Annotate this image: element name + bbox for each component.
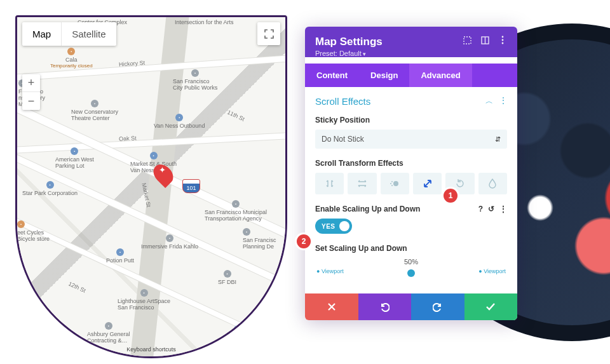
keyboard-shortcuts-link[interactable]: Keyboard shortcuts bbox=[126, 346, 176, 353]
close-icon bbox=[327, 302, 336, 311]
poi: Lighthouse ArtSpace San Francisco bbox=[118, 289, 170, 311]
zoom-out-button[interactable]: − bbox=[22, 92, 40, 110]
set-scaling-label: Set Scaling Up and Down bbox=[315, 244, 507, 253]
poi: San Francisco City Public Works bbox=[173, 69, 217, 91]
slider-value: 50% bbox=[315, 258, 507, 266]
tab-advanced[interactable]: Advanced bbox=[409, 64, 471, 87]
street-label: 11th St bbox=[226, 109, 245, 122]
panel-tabs: Content Design Advanced bbox=[305, 64, 517, 87]
poi: Van Ness Outbound bbox=[154, 114, 205, 129]
collapse-icon[interactable]: ︿ bbox=[485, 96, 493, 107]
fullscreen-button[interactable] bbox=[257, 22, 280, 45]
effect-horizontal-button[interactable] bbox=[348, 173, 376, 194]
select-arrows-icon: ⇵ bbox=[495, 135, 501, 144]
poi: Intersection for the Arts bbox=[175, 19, 234, 25]
effect-fade-button[interactable] bbox=[381, 173, 409, 194]
preset-selector[interactable]: Preset: Default bbox=[315, 50, 507, 57]
toggle-knob bbox=[339, 221, 349, 231]
slider-thumb[interactable] bbox=[407, 269, 415, 277]
enable-scaling-label: Enable Scaling Up and Down ? ↺ ⋮ bbox=[315, 205, 507, 213]
svg-point-4 bbox=[502, 39, 504, 41]
scaling-slider[interactable]: ● Viewport ● Viewport bbox=[318, 269, 505, 282]
effect-scale-button[interactable] bbox=[413, 173, 442, 194]
redo-button[interactable] bbox=[411, 293, 464, 320]
tab-content[interactable]: Content bbox=[305, 64, 359, 87]
fullscreen-icon bbox=[264, 29, 274, 39]
poi: eet Cycles Bicycle store bbox=[17, 220, 50, 242]
cancel-button[interactable] bbox=[305, 293, 358, 320]
toggle-label: YES bbox=[322, 223, 336, 230]
svg-point-7 bbox=[391, 181, 393, 182]
redo-icon bbox=[433, 302, 443, 312]
more-icon[interactable] bbox=[498, 36, 507, 44]
slider-end-left: ● Viewport bbox=[316, 268, 344, 274]
zoom-control: + − bbox=[22, 74, 40, 110]
poi: CalaTemporarily closed bbox=[50, 48, 93, 69]
poi: SF DBI bbox=[218, 270, 236, 285]
expand-icon[interactable] bbox=[463, 36, 471, 44]
svg-point-9 bbox=[391, 185, 393, 186]
sticky-select[interactable]: Do Not Stick ⇵ bbox=[315, 130, 507, 149]
svg-point-3 bbox=[502, 36, 504, 38]
callout-badge-2: 2 bbox=[297, 234, 311, 248]
map-container: Hickory St Oak St Market St 12th St 11th… bbox=[15, 15, 287, 358]
option-more-icon[interactable]: ⋮ bbox=[499, 205, 507, 213]
map-type-control: Map Satellite bbox=[22, 22, 116, 46]
check-icon bbox=[485, 302, 496, 311]
undo-icon bbox=[379, 302, 390, 312]
poi: American West Parking Lot bbox=[55, 147, 94, 169]
panel-footer bbox=[305, 293, 517, 320]
panel-title: Map Settings bbox=[315, 36, 383, 48]
transform-label: Scroll Transform Effects bbox=[315, 159, 507, 168]
poi: San Francisc Planning De bbox=[243, 228, 276, 250]
panel-header: Map Settings Preset: Default bbox=[305, 27, 517, 57]
section-more-icon[interactable]: ⋮ bbox=[499, 96, 507, 107]
enable-scaling-toggle[interactable]: YES bbox=[315, 219, 352, 234]
sticky-value: Do Not Stick bbox=[322, 135, 364, 144]
save-button[interactable] bbox=[464, 293, 518, 320]
svg-point-5 bbox=[502, 43, 504, 44]
transform-effects-row bbox=[315, 173, 507, 194]
sticky-label: Sticky Position bbox=[315, 116, 507, 125]
panel-body: Scroll Effects ︿ ⋮ Sticky Position Do No… bbox=[305, 87, 517, 293]
effect-blur-button[interactable] bbox=[478, 173, 507, 194]
svg-rect-0 bbox=[464, 37, 471, 44]
section-header[interactable]: Scroll Effects ︿ ⋮ bbox=[315, 96, 507, 107]
help-icon[interactable]: ? bbox=[478, 205, 483, 213]
map-marker-icon[interactable] bbox=[155, 163, 172, 185]
callout-badge-1: 1 bbox=[444, 189, 458, 203]
street-label: 12th St bbox=[67, 280, 86, 293]
poi: New Conservatory Theatre Center bbox=[71, 100, 118, 121]
tab-design[interactable]: Design bbox=[359, 64, 409, 87]
reset-icon[interactable]: ↺ bbox=[488, 205, 494, 213]
map-type-satellite-button[interactable]: Satellite bbox=[62, 22, 116, 46]
poi: San Francisco Municipal Transportation A… bbox=[205, 200, 267, 222]
street-label: Oak St bbox=[119, 135, 137, 142]
slider-end-right: ● Viewport bbox=[478, 268, 506, 274]
poi: Star Park Corporation bbox=[22, 181, 78, 196]
section-title: Scroll Effects bbox=[315, 96, 370, 107]
poi: Blu bbox=[233, 325, 241, 340]
poi: Ashbury General Contracting &… bbox=[87, 322, 130, 344]
poi: Immersive Frida Kahlo bbox=[141, 234, 198, 250]
svg-point-6 bbox=[393, 181, 398, 186]
map-type-map-button[interactable]: Map bbox=[22, 22, 62, 46]
map-tiles[interactable]: Hickory St Oak St Market St 12th St 11th… bbox=[17, 17, 285, 356]
effect-vertical-button[interactable] bbox=[315, 173, 344, 194]
columns-icon[interactable] bbox=[480, 36, 489, 44]
undo-button[interactable] bbox=[358, 293, 412, 320]
settings-panel: Map Settings Preset: Default Content Des… bbox=[305, 27, 517, 320]
svg-point-8 bbox=[390, 183, 391, 184]
zoom-in-button[interactable]: + bbox=[22, 74, 40, 92]
highway-shield: 101 bbox=[182, 179, 200, 193]
poi: Potion Putt bbox=[106, 248, 134, 264]
